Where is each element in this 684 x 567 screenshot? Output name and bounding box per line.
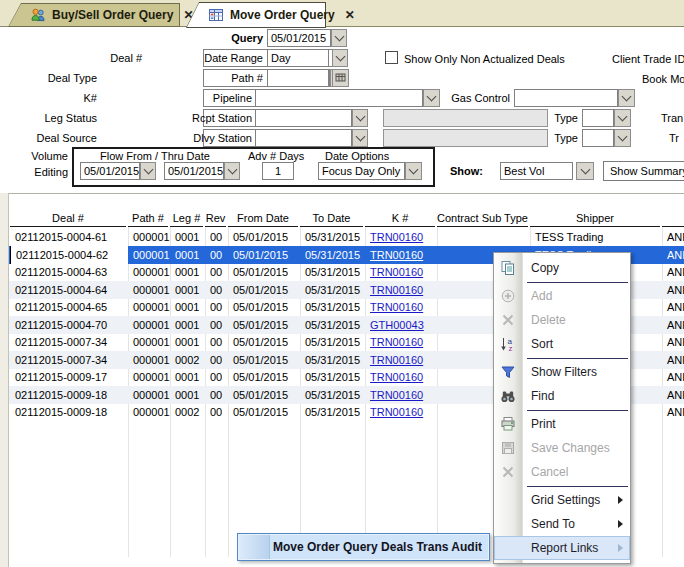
grid-cell: ANR: [662, 368, 684, 386]
show-only-non-actualized-checkbox[interactable]: [385, 51, 398, 64]
flow-from-date-field[interactable]: 05/01/2015: [80, 162, 140, 180]
chevron-down-icon[interactable]: [332, 49, 348, 67]
gas-control-label: Gas Control: [445, 92, 510, 104]
lookup-grid-icon: [335, 72, 346, 85]
query-date-field[interactable]: 05/01/2015: [267, 29, 331, 47]
grid-cell: 000001: [128, 228, 170, 246]
column-header-leg-[interactable]: Leg #: [170, 210, 203, 227]
k-number-link[interactable]: TRN00160: [370, 389, 423, 401]
adv-days-input[interactable]: 1: [262, 162, 294, 180]
chevron-down-icon[interactable]: [140, 162, 156, 180]
column-header-shipper[interactable]: Shipper: [530, 210, 660, 227]
grid-cell: 00: [205, 386, 228, 404]
grid-cell: 02112015-0004-65: [10, 298, 128, 316]
chevron-down-icon[interactable]: [614, 129, 631, 147]
chevron-down-icon[interactable]: [352, 129, 368, 147]
grid-cell: 0001: [170, 263, 205, 281]
editing-label: Editing: [20, 166, 68, 178]
grid-cell: TRN00160: [365, 351, 437, 369]
k-number-link[interactable]: TRN00160: [370, 371, 423, 383]
tab-move-order-query[interactable]: Move Order Query ✕: [186, 2, 326, 28]
save-icon: [500, 440, 516, 456]
k-number-link[interactable]: TRN00160: [370, 406, 423, 418]
k-number-link[interactable]: TRN00160: [370, 266, 423, 278]
find-icon: [500, 388, 516, 404]
path-lookup-button[interactable]: [332, 69, 349, 87]
grid-cell: ANR: [662, 386, 684, 404]
grid-cell: ANR: [662, 403, 684, 421]
date-range-field[interactable]: Day: [267, 49, 329, 67]
column-header-rev[interactable]: Rev: [205, 210, 226, 227]
show-mode-field[interactable]: Best Vol: [500, 162, 573, 180]
flow-from-thru-label: Flow From / Thru Date: [100, 150, 210, 162]
leg-status-label: Leg Status: [40, 112, 97, 124]
deal-type-label: Deal Type: [40, 72, 97, 84]
k-number-link[interactable]: TRN00160: [370, 231, 423, 243]
menu-item-copy[interactable]: Copy: [494, 256, 630, 280]
dlvy-station-field[interactable]: [255, 129, 352, 147]
path-number-input[interactable]: [267, 69, 329, 87]
menu-item-label: Report Links: [531, 541, 598, 555]
submenu-item-move-order-query-deals-trans-audit[interactable]: Move Order Query Deals Trans Audit: [270, 534, 485, 560]
menu-item-save-changes: Save Changes: [494, 436, 630, 460]
filter-icon: [500, 364, 516, 380]
grid-cell: 000001: [128, 403, 170, 421]
grid-cell: 0001: [170, 228, 205, 246]
column-header-k-[interactable]: K #: [365, 210, 435, 227]
table-row[interactable]: 02112015-0004-6100000100010005/01/201505…: [9, 228, 684, 246]
grid-cell: 05/31/2015: [300, 351, 365, 369]
grid-cell: 0001: [170, 246, 205, 264]
column-header-to-date[interactable]: To Date: [300, 210, 363, 227]
grid-cell: 05/31/2015: [300, 386, 365, 404]
k-number-link[interactable]: GTH00043: [370, 319, 424, 331]
grid-cell: 05/01/2015: [228, 386, 300, 404]
rcpt-station-field[interactable]: [255, 109, 352, 127]
grid-cell: 00: [205, 333, 228, 351]
grid-cell: TRN00160: [365, 386, 437, 404]
column-header-deal-[interactable]: Deal #: [10, 210, 126, 227]
show-summary-move-button[interactable]: Show Summary Move: [603, 161, 684, 181]
grid-cell: 00: [205, 368, 228, 386]
chevron-down-icon[interactable]: [331, 29, 347, 47]
chevron-down-icon[interactable]: [618, 89, 635, 107]
grid-cell: 05/01/2015: [228, 368, 300, 386]
menu-item-label: Delete: [531, 313, 566, 327]
chevron-down-icon[interactable]: [423, 89, 440, 107]
column-header-contract-sub-type[interactable]: Contract Sub Type: [437, 210, 528, 227]
chevron-down-icon[interactable]: [224, 162, 240, 180]
menu-item-grid-settings[interactable]: Grid Settings: [494, 488, 630, 512]
type-field[interactable]: [582, 109, 614, 127]
menu-item-find[interactable]: Find: [494, 384, 630, 408]
chevron-down-icon[interactable]: [352, 109, 368, 127]
k-number-link[interactable]: TRN00160: [370, 354, 423, 366]
menu-item-print[interactable]: Print: [494, 412, 630, 436]
chevron-down-icon[interactable]: [614, 109, 631, 127]
column-header-path-[interactable]: Path #: [128, 210, 168, 227]
k-number-link[interactable]: TRN00160: [370, 336, 423, 348]
date-options-field[interactable]: Focus Day Only: [318, 162, 405, 180]
menu-item-send-to[interactable]: Send To: [494, 512, 630, 536]
column-header-last[interactable]: [662, 210, 684, 227]
menu-item-report-links[interactable]: Report Links: [494, 536, 630, 560]
copy-icon: [500, 260, 516, 276]
type-field[interactable]: [582, 129, 614, 147]
grid-cell: 000001: [128, 263, 170, 281]
close-icon[interactable]: ✕: [345, 9, 355, 21]
menu-item-sort[interactable]: azSort: [494, 332, 630, 356]
k-number-link[interactable]: TRN00160: [370, 249, 423, 261]
column-header-from-date[interactable]: From Date: [228, 210, 298, 227]
menu-item-show-filters[interactable]: Show Filters: [494, 360, 630, 384]
gas-control-field[interactable]: [514, 89, 618, 107]
chevron-down-icon[interactable]: [405, 162, 422, 180]
k-number-link[interactable]: TRN00160: [370, 284, 423, 296]
k-number-link[interactable]: TRN00160: [370, 301, 423, 313]
grid-cell: 00: [205, 228, 228, 246]
grid-cell: 05/31/2015: [300, 246, 365, 264]
grid-cell: 0001: [170, 386, 205, 404]
date-range-label: Date Range: [195, 52, 263, 64]
chevron-down-icon[interactable]: [576, 162, 594, 180]
menu-item-label: Sort: [531, 337, 553, 351]
tab-buy-sell-order-query[interactable]: Buy/Sell Order Query ✕: [8, 3, 180, 27]
pipeline-field[interactable]: [255, 89, 423, 107]
flow-thru-date-field[interactable]: 05/01/2015: [164, 162, 224, 180]
